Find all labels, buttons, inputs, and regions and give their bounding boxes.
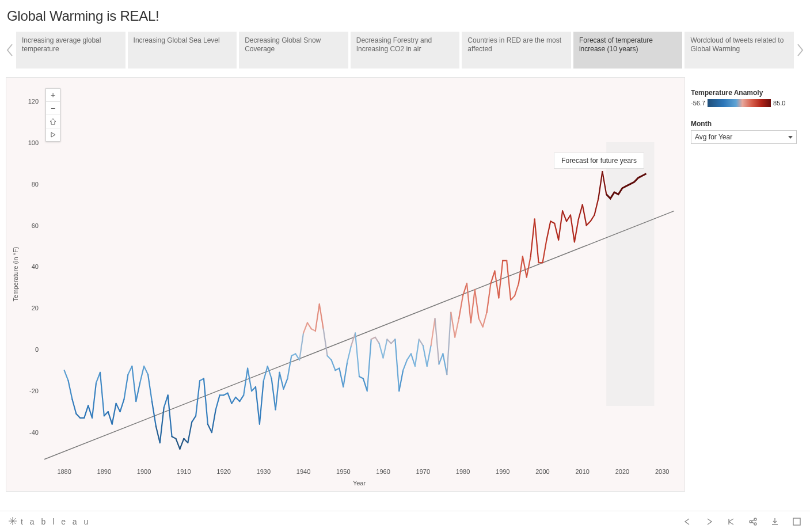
svg-text:Temperature (in *F): Temperature (in *F)	[12, 247, 19, 302]
svg-line-158	[579, 205, 583, 219]
svg-line-90	[307, 322, 311, 329]
svg-text:1880: 1880	[57, 468, 71, 475]
side-panel: Temperature Anamoly -56.7 85.0 Month Avg…	[691, 77, 797, 492]
svg-line-65	[208, 424, 212, 432]
chart-frame[interactable]: + − Forecast for future years -40-200204…	[6, 77, 685, 492]
story-tab-0[interactable]: Increasing average global temperature	[16, 32, 126, 69]
svg-text:80: 80	[32, 181, 39, 188]
story-bar: Increasing average global temperatureInc…	[0, 28, 810, 73]
svg-line-70	[228, 393, 232, 404]
svg-line-95	[328, 356, 332, 360]
share-button[interactable]	[748, 516, 758, 527]
svg-line-30	[69, 381, 73, 399]
svg-line-38	[100, 373, 104, 416]
zoom-home-button[interactable]	[46, 115, 60, 128]
svg-line-154	[562, 211, 566, 221]
svg-line-160	[587, 221, 591, 225]
svg-line-155	[566, 215, 571, 222]
svg-line-140	[507, 261, 511, 300]
svg-line-116	[411, 354, 415, 366]
svg-line-125	[447, 313, 451, 375]
story-tab-6[interactable]: Wordcloud of tweets related to Global Wa…	[684, 32, 794, 69]
svg-line-71	[231, 397, 235, 404]
fullscreen-button[interactable]	[792, 516, 802, 527]
zoom-out-button[interactable]: −	[46, 102, 60, 115]
svg-line-93	[320, 304, 324, 329]
chevron-right-icon	[797, 44, 804, 56]
svg-line-111	[391, 339, 395, 343]
svg-line-151	[550, 221, 554, 223]
svg-line-43	[120, 400, 124, 412]
svg-line-37	[96, 373, 100, 383]
svg-line-110	[387, 339, 391, 343]
svg-line-145	[527, 256, 531, 277]
download-button[interactable]	[770, 516, 780, 527]
svg-line-98	[339, 368, 343, 387]
story-tab-4[interactable]: Countries in RED are the most affected	[462, 32, 571, 69]
svg-text:120: 120	[28, 98, 39, 105]
svg-line-101	[351, 333, 355, 345]
svg-text:1950: 1950	[336, 468, 350, 475]
svg-line-100	[347, 345, 351, 362]
page-title: Global Warming is REAL!	[0, 0, 810, 28]
svg-line-147	[535, 219, 539, 263]
legend-min: -56.7	[691, 100, 705, 107]
svg-line-127	[455, 318, 459, 337]
svg-line-157	[575, 219, 579, 242]
line-chart: -40-200204060801001201880189019001910192…	[6, 78, 684, 491]
svg-line-56	[172, 436, 176, 439]
svg-line-99	[343, 362, 347, 387]
svg-line-74	[244, 368, 248, 396]
svg-line-51	[152, 401, 156, 426]
story-tab-1[interactable]: Increasing Global Sea Level	[128, 32, 237, 69]
svg-line-80	[268, 366, 272, 379]
svg-line-96	[332, 360, 336, 370]
svg-text:0: 0	[35, 346, 39, 353]
story-tabs: Increasing average global temperatureInc…	[16, 32, 794, 69]
svg-line-150	[546, 221, 550, 240]
svg-line-129	[463, 283, 467, 296]
svg-text:Year: Year	[353, 480, 366, 487]
story-next-arrow[interactable]	[794, 30, 807, 70]
svg-text:1920: 1920	[216, 468, 230, 475]
undo-button[interactable]	[682, 516, 693, 527]
svg-line-120	[427, 345, 431, 366]
svg-line-66	[212, 410, 216, 433]
svg-line-159	[583, 205, 587, 226]
svg-line-31	[72, 400, 76, 414]
svg-line-132	[475, 290, 479, 318]
svg-line-149	[543, 240, 547, 263]
month-dropdown[interactable]: Avg for Year	[691, 130, 797, 144]
svg-line-64	[204, 379, 208, 424]
svg-line-55	[168, 395, 172, 436]
story-prev-arrow[interactable]	[3, 30, 16, 70]
svg-line-137	[495, 271, 499, 298]
reset-button[interactable]	[726, 516, 736, 527]
svg-line-102	[355, 333, 359, 377]
tableau-logo[interactable]: t a b l e a u	[8, 516, 90, 527]
svg-line-85	[287, 356, 291, 379]
zoom-in-button[interactable]: +	[46, 89, 60, 102]
color-legend: -56.7 85.0	[691, 99, 797, 107]
svg-line-141	[511, 296, 515, 300]
legend-title: Temperature Anamoly	[691, 89, 797, 97]
svg-line-78	[260, 381, 264, 424]
page-root: Global Warming is REAL! Increasing avera…	[0, 0, 810, 532]
zoom-toolbar: + −	[45, 88, 60, 142]
viz-wrap: + − Forecast for future years -40-200204…	[0, 73, 810, 492]
svg-text:1980: 1980	[456, 468, 470, 475]
redo-button[interactable]	[704, 516, 714, 527]
fullscreen-icon	[792, 517, 801, 526]
story-tab-2[interactable]: Decreasing Global Snow Coverage	[239, 32, 348, 69]
svg-line-109	[383, 339, 387, 358]
home-icon	[50, 118, 56, 125]
zoom-play-button[interactable]	[46, 128, 60, 141]
svg-line-114	[403, 360, 407, 370]
svg-line-41	[112, 404, 116, 424]
svg-point-171	[754, 523, 756, 525]
svg-text:20: 20	[32, 305, 39, 311]
arrow-left-icon	[683, 517, 692, 526]
svg-line-50	[148, 374, 152, 401]
story-tab-5[interactable]: Forecast of temperature increase (10 yea…	[573, 32, 683, 69]
story-tab-3[interactable]: Decreasing Forestry and Increasing CO2 i…	[351, 32, 460, 69]
